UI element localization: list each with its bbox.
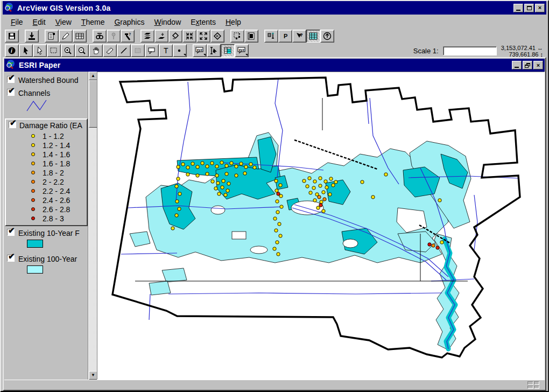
zoom-full-extent-button[interactable] — [140, 30, 154, 43]
zoom-out-extent-button[interactable] — [196, 30, 210, 43]
add-theme-button[interactable] — [25, 30, 39, 43]
menu-edit[interactable]: Edit — [28, 17, 51, 27]
zoom-selected-button[interactable] — [168, 30, 182, 43]
menu-bar: FileEditViewThemeGraphicsWindowExtentsHe… — [3, 16, 546, 28]
arcview-logo-icon — [4, 2, 14, 14]
xyz-callout-button[interactable]: xyz — [193, 44, 207, 57]
page-label-button[interactable]: P — [278, 30, 292, 43]
maximize-button[interactable] — [524, 4, 534, 12]
legend-theme-0[interactable]: ✔Watershed Bound — [4, 74, 88, 86]
identify-button[interactable]: i — [5, 44, 19, 57]
locate-address-button[interactable] — [107, 30, 121, 43]
resize-grip-icon[interactable] — [527, 381, 539, 389]
legend-class: 1.8 - 2 — [19, 168, 87, 177]
class-dot-icon — [31, 152, 35, 156]
select-by-graphic-button[interactable] — [230, 30, 244, 43]
zoom-in-tool-button[interactable] — [61, 44, 75, 57]
legend-theme-4[interactable]: ✔Existing 100-Year — [4, 253, 88, 278]
marker-tool-button[interactable] — [173, 44, 187, 57]
legend-class: 1.4 - 1.6 — [19, 150, 87, 159]
horizontal-arrow-icon: ↔ — [537, 45, 543, 51]
doc-close-button[interactable]: × — [533, 61, 543, 69]
find-button[interactable] — [93, 30, 107, 43]
main-titlebar[interactable]: ArcView GIS Version 3.0a × — [3, 1, 546, 15]
menu-graphics[interactable]: Graphics — [109, 17, 149, 27]
class-dot-icon — [31, 162, 35, 165]
help-pointer-button[interactable]: ? — [292, 30, 306, 43]
legend-class: 2.6 - 2.8 — [19, 205, 87, 214]
menu-view[interactable]: View — [51, 17, 76, 27]
arcview-window: ArcView GIS Version 3.0a × FileEditViewT… — [0, 0, 549, 392]
vertical-arrow-icon: ↕ — [540, 51, 544, 58]
class-dot-icon — [31, 180, 35, 184]
legend-theme-3[interactable]: ✔Existing 10-Year F — [4, 227, 88, 252]
menu-theme[interactable]: Theme — [76, 17, 110, 27]
open-theme-table-button[interactable] — [73, 30, 87, 43]
legend-class: 2.2 - 2.4 — [19, 186, 87, 195]
scroll-thumb[interactable] — [89, 80, 97, 128]
scroll-down-button[interactable]: ▼ — [89, 371, 97, 380]
channel-line-symbol — [26, 99, 88, 114]
zoom-active-theme-button[interactable] — [154, 30, 168, 43]
doc-minimize-button[interactable] — [512, 61, 522, 69]
minimize-button[interactable] — [513, 4, 523, 12]
theme-label: Channels — [18, 89, 50, 97]
zoom-in-extent-button[interactable] — [182, 30, 196, 43]
class-label: 1.4 - 1.6 — [43, 150, 70, 159]
fill-swatch — [27, 265, 43, 274]
edit-legend-button[interactable] — [59, 30, 73, 43]
doc-restore-button[interactable] — [523, 61, 532, 69]
callout-tool-button[interactable] — [145, 44, 159, 57]
legend-scrollbar[interactable]: ▲ ▼ — [88, 72, 97, 380]
menu-window[interactable]: Window — [149, 17, 186, 27]
clear-selection-button[interactable] — [244, 30, 258, 43]
theme-label: Damage Ratio (EA — [19, 121, 82, 130]
check-mark-icon: ✔ — [8, 86, 15, 94]
svg-text:P: P — [284, 33, 287, 39]
zoom-previous-button[interactable] — [210, 30, 224, 43]
theme-checkbox[interactable]: ✔ — [9, 121, 16, 128]
coordinate-readout: 3,153,072.41 ↔ 739,661.86 ↕ — [501, 45, 543, 58]
save-project-button[interactable] — [5, 30, 19, 43]
pushpin-button[interactable] — [264, 30, 278, 43]
draw-line-tool-button[interactable] — [117, 44, 131, 57]
class-dot-icon — [31, 216, 35, 220]
legend-theme-2[interactable]: ✔Damage Ratio (EA1 - 1.21.2 - 1.41.4 - 1… — [5, 118, 88, 226]
grid-map-button[interactable] — [306, 30, 320, 43]
menu-file[interactable]: File — [6, 17, 28, 27]
map-view[interactable] — [97, 72, 545, 380]
window-title: ArcView GIS Version 3.0a — [17, 4, 110, 12]
text-tool-button[interactable]: T — [159, 44, 173, 57]
scroll-up-button[interactable]: ▲ — [89, 72, 97, 80]
close-button[interactable]: × — [535, 4, 545, 12]
class-label: 1.8 - 2 — [43, 169, 64, 177]
ibeam-select-button[interactable] — [207, 44, 221, 57]
menu-help[interactable]: Help — [221, 17, 246, 27]
map-canvas[interactable] — [97, 72, 544, 380]
query-builder-button[interactable]: ? — [121, 30, 135, 43]
check-mark-icon: ✔ — [8, 73, 15, 81]
table-select-button[interactable] — [221, 44, 235, 57]
zoom-out-tool-button[interactable] — [75, 44, 89, 57]
pointer-button[interactable] — [19, 44, 33, 57]
theme-label: Existing 100-Year — [18, 255, 77, 263]
scale-input[interactable] — [443, 46, 497, 55]
menu-extents[interactable]: Extents — [186, 17, 221, 27]
select-feature-button[interactable] — [47, 44, 61, 57]
class-label: 1.6 - 1.8 — [43, 159, 70, 168]
theme-checkbox[interactable]: ✔ — [7, 76, 15, 83]
promote-button[interactable] — [320, 30, 334, 43]
fill-tool-button[interactable] — [131, 44, 145, 57]
vertex-edit-button[interactable] — [33, 44, 47, 57]
measure-tool-button[interactable] — [103, 44, 117, 57]
xyz-callout-2-button[interactable]: xyz — [235, 44, 249, 57]
pan-tool-button[interactable] — [89, 44, 103, 57]
theme-properties-button[interactable] — [45, 30, 59, 43]
theme-checkbox[interactable]: ✔ — [7, 229, 15, 236]
document-titlebar[interactable]: ESRI Paper × — [4, 59, 545, 72]
legend-theme-1[interactable]: ✔Channels — [4, 87, 88, 117]
theme-checkbox[interactable]: ✔ — [7, 89, 15, 96]
toolbar-row-1: ?P? — [3, 29, 546, 43]
theme-checkbox[interactable]: ✔ — [7, 255, 15, 262]
svg-text:xyz: xyz — [239, 48, 245, 52]
